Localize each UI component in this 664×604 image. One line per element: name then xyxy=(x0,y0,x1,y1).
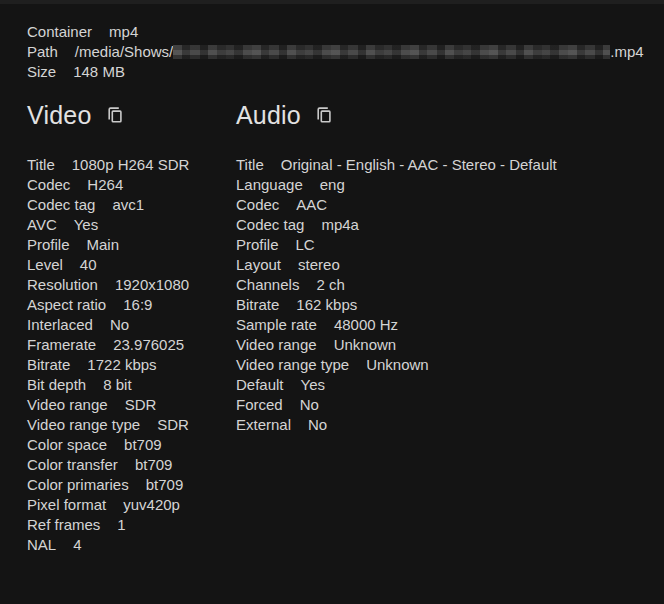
media-info-label: Pixel format xyxy=(27,496,106,513)
media-info-value: No xyxy=(308,416,327,433)
media-info-value: 8 bit xyxy=(103,376,131,393)
media-info-value: 4 xyxy=(73,536,81,553)
media-info-label: Default xyxy=(236,376,284,393)
media-info-label: Language xyxy=(236,176,303,193)
media-info-value: /media/Shows/.mp4 xyxy=(75,43,644,60)
media-info-label: Codec xyxy=(27,176,70,193)
media-info-label: Channels xyxy=(236,276,299,293)
media-info-row: Color primariesbt709 xyxy=(27,475,236,495)
media-info-row: Aspect ratio16:9 xyxy=(27,295,236,315)
media-info-value: No xyxy=(110,316,129,333)
media-info-label: Forced xyxy=(236,396,283,413)
media-info-label: Path xyxy=(27,43,58,60)
media-info-row: InterlacedNo xyxy=(27,315,236,335)
media-info-label: Sample rate xyxy=(236,316,317,333)
media-info-row: TitleOriginal - English - AAC - Stereo -… xyxy=(236,155,644,175)
media-info-label: Color primaries xyxy=(27,476,129,493)
audio-info-list: TitleOriginal - English - AAC - Stereo -… xyxy=(236,155,644,435)
media-info-value: Unknown xyxy=(366,356,429,373)
media-info-value: AAC xyxy=(296,196,327,213)
media-info-row: NAL4 xyxy=(27,535,236,555)
audio-section-title: Audio xyxy=(236,101,644,129)
media-info-dialog: Containermp4Path/media/Shows/.mp4Size148… xyxy=(0,4,664,555)
media-info-label: Video range xyxy=(236,336,317,353)
media-info-label: Profile xyxy=(27,236,70,253)
media-info-label: Bit depth xyxy=(27,376,86,393)
media-info-label: Codec xyxy=(236,196,279,213)
media-info-value: Original - English - AAC - Stereo - Defa… xyxy=(281,156,557,173)
media-info-row: Bitrate1722 kbps xyxy=(27,355,236,375)
media-info-value: 1080p H264 SDR xyxy=(72,156,190,173)
media-info-row: Path/media/Shows/.mp4 xyxy=(27,42,644,62)
media-info-value: Main xyxy=(87,236,120,253)
media-info-label: Level xyxy=(27,256,63,273)
media-info-row: Pixel formatyuv420p xyxy=(27,495,236,515)
copy-icon xyxy=(314,105,334,125)
media-info-value: 2 ch xyxy=(316,276,344,293)
media-info-row: Layoutstereo xyxy=(236,255,644,275)
media-info-row: Bitrate162 kbps xyxy=(236,295,644,315)
media-info-value: eng xyxy=(320,176,345,193)
media-info-label: Bitrate xyxy=(27,356,70,373)
media-info-value: 162 kbps xyxy=(296,296,357,313)
media-info-row: Resolution1920x1080 xyxy=(27,275,236,295)
media-info-row: AVCYes xyxy=(27,215,236,235)
media-info-value: mp4a xyxy=(321,216,359,233)
media-info-row: Size148 MB xyxy=(27,62,644,82)
copy-icon xyxy=(105,105,125,125)
media-info-row: Level40 xyxy=(27,255,236,275)
media-info-row: Color spacebt709 xyxy=(27,435,236,455)
copy-audio-info-button[interactable] xyxy=(314,105,334,125)
media-info-label: External xyxy=(236,416,291,433)
video-info-list: Title1080p H264 SDRCodecH264Codec tagavc… xyxy=(27,155,236,555)
media-info-row: ForcedNo xyxy=(236,395,644,415)
audio-section-heading: Audio xyxy=(236,101,301,129)
media-info-label: Layout xyxy=(236,256,281,273)
media-info-row: Video range typeSDR xyxy=(27,415,236,435)
media-info-label: Profile xyxy=(236,236,279,253)
audio-info-section: Audio TitleOriginal - English - AAC - St… xyxy=(236,101,644,555)
video-section-heading: Video xyxy=(27,101,92,129)
media-info-row: Sample rate48000 Hz xyxy=(236,315,644,335)
media-info-row: ProfileLC xyxy=(236,235,644,255)
media-info-value: SDR xyxy=(125,396,157,413)
media-info-value: avc1 xyxy=(112,196,144,213)
media-info-label: AVC xyxy=(27,216,57,233)
media-info-value: 1920x1080 xyxy=(115,276,189,293)
media-info-row: Languageeng xyxy=(236,175,644,195)
media-info-label: Interlaced xyxy=(27,316,93,333)
media-info-row: ProfileMain xyxy=(27,235,236,255)
media-info-value: Yes xyxy=(301,376,325,393)
media-info-value: Unknown xyxy=(334,336,397,353)
media-info-label: Color transfer xyxy=(27,456,118,473)
general-info-section: Containermp4Path/media/Shows/.mp4Size148… xyxy=(27,22,644,82)
media-info-value: H264 xyxy=(87,176,123,193)
video-section-title: Video xyxy=(27,101,236,129)
media-info-value: mp4 xyxy=(109,23,138,40)
media-info-value: No xyxy=(300,396,319,413)
copy-video-info-button[interactable] xyxy=(105,105,125,125)
media-info-row: Ref frames1 xyxy=(27,515,236,535)
media-info-label: Ref frames xyxy=(27,516,100,533)
media-info-value: 40 xyxy=(80,256,97,273)
media-info-value: SDR xyxy=(157,416,189,433)
media-info-label: Resolution xyxy=(27,276,98,293)
media-info-value: 23.976025 xyxy=(113,336,184,353)
media-info-row: Video range typeUnknown xyxy=(236,355,644,375)
media-info-row: Codec tagavc1 xyxy=(27,195,236,215)
media-info-label: Color space xyxy=(27,436,107,453)
media-info-row: DefaultYes xyxy=(236,375,644,395)
media-info-label: Bitrate xyxy=(236,296,279,313)
stream-info-columns: Video Title1080p H264 SDRCodecH264Codec … xyxy=(27,101,644,555)
media-info-label: Video range xyxy=(27,396,108,413)
media-info-value: 1722 kbps xyxy=(87,356,156,373)
media-info-value: Yes xyxy=(74,216,98,233)
media-info-value: 48000 Hz xyxy=(334,316,398,333)
media-info-row: Title1080p H264 SDR xyxy=(27,155,236,175)
media-info-row: Video rangeUnknown xyxy=(236,335,644,355)
media-info-label: Codec tag xyxy=(27,196,95,213)
media-info-row: Containermp4 xyxy=(27,22,644,42)
media-info-row: Codec tagmp4a xyxy=(236,215,644,235)
redacted-path-segment xyxy=(173,45,610,59)
media-info-value: bt709 xyxy=(124,436,162,453)
